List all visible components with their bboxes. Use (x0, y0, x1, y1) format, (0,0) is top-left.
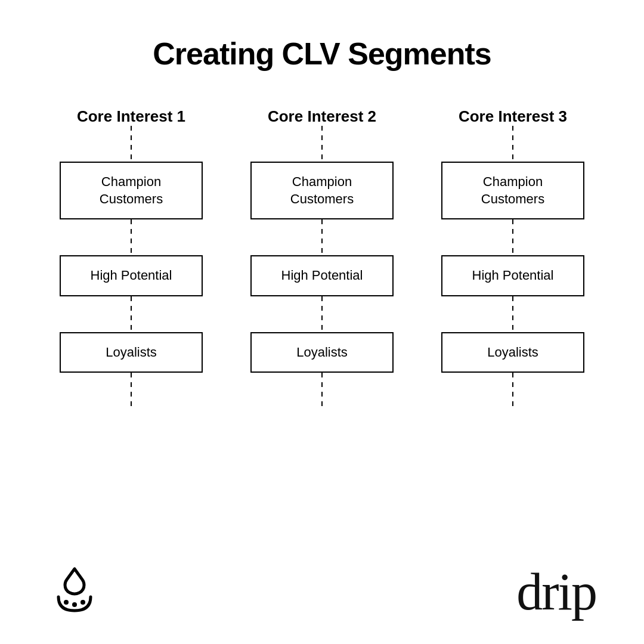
col1-highpotential-box: High Potential (60, 255, 203, 296)
col3-highpotential-label: High Potential (472, 268, 554, 283)
dashed-line-mid1-3 (512, 219, 513, 255)
dashed-line-mid2-1 (131, 296, 132, 332)
col1-loyalists-box: Loyalists (60, 332, 203, 373)
dashed-line-mid1-1 (131, 219, 132, 255)
col3-champion-label: ChampionCustomers (481, 174, 544, 206)
dashed-line-mid2-3 (512, 296, 513, 332)
svg-point-0 (64, 600, 69, 605)
svg-point-1 (72, 602, 77, 607)
column-2-title: Core Interest 2 (268, 107, 376, 126)
page-title: Creating CLV Segments (153, 36, 491, 72)
col3-highpotential-box: High Potential (441, 255, 584, 296)
bottom-branding: drip (36, 564, 608, 620)
col2-champion-label: ChampionCustomers (290, 174, 354, 206)
col1-champion-box: ChampionCustomers (60, 162, 203, 219)
dashed-line-top-1 (131, 126, 132, 162)
col1-champion-label: ChampionCustomers (100, 174, 163, 206)
dashed-line-bottom-2 (321, 373, 323, 408)
col2-champion-box: ChampionCustomers (250, 162, 394, 219)
column-3: Core Interest 3 ChampionCustomers High P… (417, 107, 608, 408)
col3-champion-box: ChampionCustomers (441, 162, 584, 219)
col2-loyalists-label: Loyalists (296, 345, 348, 360)
dashed-line-bottom-1 (131, 373, 132, 408)
column-1-title: Core Interest 1 (77, 107, 185, 126)
svg-point-2 (80, 600, 85, 605)
column-3-title: Core Interest 3 (459, 107, 567, 126)
col2-loyalists-box: Loyalists (250, 332, 394, 373)
col3-loyalists-label: Loyalists (487, 345, 538, 360)
dashed-line-top-2 (321, 126, 323, 162)
dashed-line-mid2-2 (321, 296, 323, 332)
drip-wordmark: drip (516, 566, 596, 618)
dashed-line-top-3 (512, 126, 513, 162)
drip-icon-logo (48, 564, 101, 620)
col1-highpotential-label: High Potential (91, 268, 172, 283)
page: Creating CLV Segments Core Interest 1 Ch… (0, 0, 644, 644)
column-1: Core Interest 1 ChampionCustomers High P… (36, 107, 227, 408)
col2-highpotential-box: High Potential (250, 255, 394, 296)
dashed-line-mid1-2 (321, 219, 323, 255)
column-2: Core Interest 2 ChampionCustomers High P… (227, 107, 417, 408)
col1-loyalists-label: Loyalists (106, 345, 157, 360)
dashed-line-bottom-3 (512, 373, 513, 408)
columns-container: Core Interest 1 ChampionCustomers High P… (36, 107, 608, 558)
col3-loyalists-box: Loyalists (441, 332, 584, 373)
col2-highpotential-label: High Potential (281, 268, 363, 283)
